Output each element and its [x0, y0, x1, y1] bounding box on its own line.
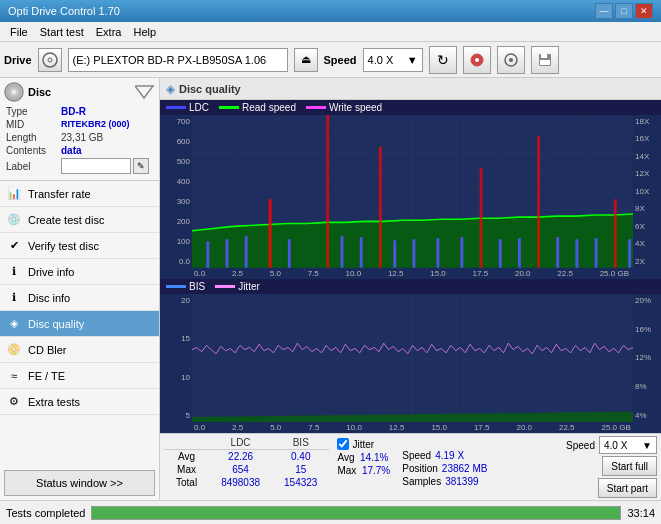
main-layout: Disc Type BD-R MID RITEKBR2 (000) Length… [0, 78, 661, 500]
disc-header: Disc [4, 82, 155, 102]
titlebar: Opti Drive Control 1.70 — □ ✕ [0, 0, 661, 22]
ldc-color [166, 106, 186, 109]
sidebar-item-disc-quality[interactable]: ◈ Disc quality [0, 311, 159, 337]
svg-point-0 [43, 53, 57, 67]
start-full-button[interactable]: Start full [602, 456, 657, 476]
svg-rect-44 [480, 168, 483, 268]
app-title: Opti Drive Control 1.70 [8, 5, 120, 17]
content-area: ◈ Disc quality LDC Read speed Write spee… [160, 78, 661, 500]
disc-arrow-icon [135, 84, 155, 100]
drive-icon-button[interactable] [38, 48, 62, 72]
avg-bis: 0.40 [272, 450, 329, 464]
close-button[interactable]: ✕ [635, 3, 653, 19]
speed-select-control[interactable]: 4.0 X ▼ [599, 436, 657, 454]
svg-rect-43 [460, 237, 463, 268]
lower-y-right: 20% 16% 12% 8% 4% [633, 294, 661, 422]
lower-chart-area: 20 15 10 5 [160, 294, 661, 422]
maximize-button[interactable]: □ [615, 3, 633, 19]
legend-read-speed: Read speed [219, 102, 296, 113]
stats-row-container: LDC BIS Avg 22.26 0.40 Max 654 15 Tota [164, 436, 657, 498]
svg-rect-45 [499, 239, 502, 267]
legend-write-speed: Write speed [306, 102, 382, 113]
jitter-avg: Avg 14.1% [337, 452, 390, 463]
disc-length-row: Length 23,31 GB [4, 132, 155, 143]
sidebar-item-label: Verify test disc [28, 240, 99, 252]
svg-rect-31 [206, 241, 209, 267]
sidebar-item-create-test-disc[interactable]: 💿 Create test disc [0, 207, 159, 233]
disc-icon [42, 52, 58, 68]
menubar: File Start test Extra Help [0, 22, 661, 42]
lower-chart-block: BIS Jitter 20 15 10 5 [160, 279, 661, 433]
speed-label: Speed [324, 54, 357, 66]
label-input[interactable] [61, 158, 131, 174]
upper-legend: LDC Read speed Write speed [160, 100, 661, 115]
bis-color [166, 285, 186, 288]
menu-file[interactable]: File [4, 24, 34, 40]
disc-label-row: Label ✎ [4, 158, 155, 174]
svg-rect-39 [379, 147, 382, 268]
svg-rect-42 [436, 238, 439, 267]
disc-contents-row: Contents data [4, 145, 155, 156]
svg-rect-34 [269, 199, 272, 267]
svg-rect-32 [226, 239, 229, 267]
save-button[interactable] [531, 46, 559, 74]
sidebar-item-transfer-rate[interactable]: 📊 Transfer rate [0, 181, 159, 207]
sidebar-item-cd-bler[interactable]: 📀 CD Bler [0, 337, 159, 363]
svg-point-11 [12, 90, 17, 95]
disc-info-icon: ℹ [6, 290, 22, 306]
sidebar-item-disc-info[interactable]: ℹ Disc info [0, 285, 159, 311]
chart-header-icon: ◈ [166, 82, 175, 96]
sidebar-item-verify-test-disc[interactable]: ✔ Verify test disc [0, 233, 159, 259]
eject-button[interactable]: ⏏ [294, 48, 318, 72]
jitter-checkbox[interactable] [337, 438, 349, 450]
chart-title: Disc quality [179, 83, 241, 95]
speed-select[interactable]: 4.0 X ▼ [363, 48, 423, 72]
control-section: Speed 4.0 X ▼ Start full Start part [566, 436, 657, 498]
disc-quality-icon: ◈ [6, 316, 22, 332]
upper-chart-plot [192, 115, 633, 268]
svg-rect-40 [393, 240, 396, 267]
sidebar-item-label: Drive info [28, 266, 74, 278]
drive-select[interactable]: (E:) PLEXTOR BD-R PX-LB950SA 1.06 [68, 48, 288, 72]
upper-x-axis: 0.0 2.5 5.0 7.5 10.0 12.5 15.0 17.5 20.0… [160, 268, 661, 279]
legend-jitter: Jitter [215, 281, 260, 292]
position-row: Position 23862 MB [402, 463, 487, 474]
status-window-button[interactable]: Status window >> [4, 470, 155, 496]
start-part-button[interactable]: Start part [598, 478, 657, 498]
lower-chart-plot [192, 294, 633, 422]
max-ldc: 654 [209, 463, 272, 476]
refresh-button[interactable]: ↻ [429, 46, 457, 74]
svg-rect-36 [326, 115, 329, 268]
chart-header: ◈ Disc quality [160, 78, 661, 100]
sidebar-item-drive-info[interactable]: ℹ Drive info [0, 259, 159, 285]
label-edit-button[interactable]: ✎ [133, 158, 149, 174]
svg-rect-51 [614, 199, 617, 267]
statusbar: Tests completed 33:14 [0, 500, 661, 524]
status-time: 33:14 [627, 507, 655, 519]
sidebar-item-label: Extra tests [28, 396, 80, 408]
extra-icon: ⚙ [6, 394, 22, 410]
ldc-header: LDC [209, 436, 272, 450]
sidebar-item-label: CD Bler [28, 344, 67, 356]
menu-help[interactable]: Help [127, 24, 162, 40]
transfer-icon: 📊 [6, 186, 22, 202]
max-bis: 15 [272, 463, 329, 476]
speed-row: Speed 4.19 X [402, 450, 487, 461]
sidebar-item-extra-tests[interactable]: ⚙ Extra tests [0, 389, 159, 415]
settings-button1[interactable] [463, 46, 491, 74]
drive-label: Drive [4, 54, 32, 66]
jitter-section: Jitter Avg 14.1% Max 17.7% [337, 436, 390, 476]
minimize-button[interactable]: — [595, 3, 613, 19]
sidebar-item-fe-te[interactable]: ≈ FE / TE [0, 363, 159, 389]
create-icon: 💿 [6, 212, 22, 228]
samples-value: 381399 [445, 476, 478, 487]
svg-rect-8 [540, 60, 550, 65]
total-bis: 154323 [272, 476, 329, 489]
samples-row: Samples 381399 [402, 476, 487, 487]
menu-extra[interactable]: Extra [90, 24, 128, 40]
verify-icon: ✔ [6, 238, 22, 254]
cd-bler-icon: 📀 [6, 342, 22, 358]
menu-start-test[interactable]: Start test [34, 24, 90, 40]
legend-ldc: LDC [166, 102, 209, 113]
settings-button2[interactable] [497, 46, 525, 74]
